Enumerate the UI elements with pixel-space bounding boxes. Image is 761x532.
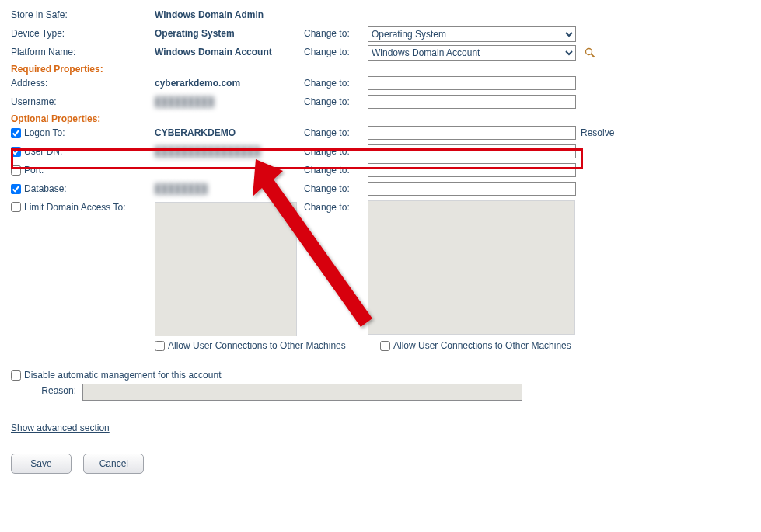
logon-to-change-label: Change to: — [304, 126, 368, 138]
reason-label: Reason: — [11, 384, 82, 396]
device-type-label: Device Type: — [11, 26, 155, 39]
database-change-label: Change to: — [304, 182, 368, 194]
address-input[interactable] — [368, 76, 576, 90]
database-checkbox[interactable] — [11, 184, 21, 194]
limit-domain-current-textarea[interactable] — [155, 202, 297, 336]
reason-input — [82, 384, 522, 401]
device-type-select[interactable]: Operating System — [368, 26, 576, 42]
platform-name-value: Windows Domain Account — [155, 45, 304, 57]
username-label: Username: — [11, 95, 155, 107]
optional-properties-header: Optional Properties: — [11, 113, 750, 124]
address-label: Address: — [11, 76, 155, 89]
platform-name-select[interactable]: Windows Domain Account — [368, 45, 576, 61]
username-input[interactable] — [368, 95, 576, 109]
resolve-link[interactable]: Resolve — [581, 127, 614, 138]
store-in-safe-label: Store in Safe: — [11, 8, 155, 20]
logon-to-checkbox[interactable] — [11, 128, 21, 138]
logon-to-input[interactable] — [368, 126, 576, 140]
disable-auto-mgmt-checkbox[interactable] — [11, 370, 21, 381]
allow-connections-left-label: Allow User Connections to Other Machines — [168, 340, 346, 351]
cancel-button[interactable]: Cancel — [83, 454, 144, 474]
allow-connections-left-checkbox[interactable] — [155, 341, 165, 351]
allow-connections-right-checkbox[interactable] — [380, 341, 390, 351]
limit-domain-checkbox[interactable] — [11, 202, 21, 212]
logon-to-label: Logon To: — [24, 127, 65, 138]
save-button[interactable]: Save — [11, 454, 72, 474]
platform-name-label: Platform Name: — [11, 45, 155, 57]
port-input[interactable] — [368, 163, 576, 177]
username-change-label: Change to: — [304, 95, 368, 107]
store-in-safe-value: Windows Domain Admin — [155, 8, 304, 20]
username-value: █████████ — [155, 95, 304, 107]
logon-to-value: CYBERARKDEMO — [155, 126, 304, 138]
svg-point-0 — [586, 49, 592, 55]
required-properties-header: Required Properties: — [11, 64, 750, 75]
address-value: cyberarkdemo.com — [155, 76, 304, 89]
port-label: Port: — [24, 165, 44, 176]
limit-domain-change-label: Change to: — [304, 200, 368, 213]
port-change-label: Change to: — [304, 163, 368, 176]
database-value: ████████ — [155, 182, 304, 194]
limit-domain-label: Limit Domain Access To: — [24, 202, 126, 213]
user-dn-input[interactable] — [368, 144, 576, 158]
user-dn-value: ████████████████ — [155, 144, 304, 157]
platform-name-change-label: Change to: — [304, 45, 368, 57]
disable-auto-mgmt-label: Disable automatic management for this ac… — [24, 370, 221, 381]
user-dn-label: User DN: — [24, 146, 62, 157]
database-label: Database: — [24, 183, 67, 194]
show-advanced-link[interactable]: Show advanced section — [11, 422, 110, 433]
address-change-label: Change to: — [304, 76, 368, 89]
allow-connections-right-label: Allow User Connections to Other Machines — [393, 340, 571, 351]
port-checkbox[interactable] — [11, 165, 21, 176]
device-type-change-label: Change to: — [304, 26, 368, 39]
magnify-icon[interactable] — [584, 47, 596, 59]
limit-domain-input-textarea[interactable] — [368, 200, 575, 335]
svg-line-1 — [592, 54, 595, 57]
user-dn-change-label: Change to: — [304, 144, 368, 157]
device-type-value: Operating System — [155, 26, 304, 39]
user-dn-checkbox[interactable] — [11, 147, 21, 157]
port-value — [155, 163, 304, 165]
database-input[interactable] — [368, 182, 576, 196]
